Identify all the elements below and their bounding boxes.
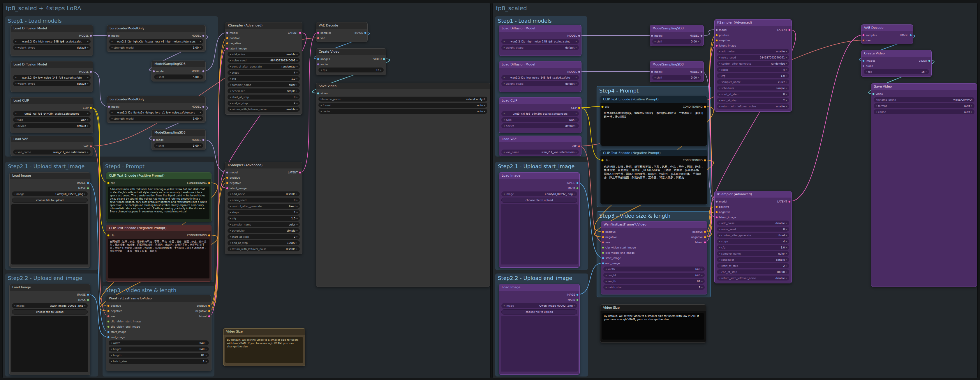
input-slot-latent_image[interactable] [226,187,228,189]
input-slot-negative[interactable] [107,310,110,312]
increment-arrow-icon[interactable]: ▸ [297,90,298,92]
increment-arrow-icon[interactable]: ▸ [297,53,298,55]
widget-value[interactable]: euler [778,252,785,255]
increment-arrow-icon[interactable]: ▸ [786,105,787,108]
widget-image[interactable]: ◂imageComfyUI_00592_.png▸ [501,192,577,196]
node-ksampler-1[interactable]: KSampler (Advanced)modelLATENTpositivene… [714,19,792,112]
widget-value[interactable]: randomize [282,65,295,68]
output-slot-MODEL[interactable] [90,35,92,37]
decrement-arrow-icon[interactable]: ◂ [15,151,16,154]
widget-strength_model[interactable]: ◂strength_model1.00▸ [109,116,203,121]
widget-value[interactable]: disable [775,222,785,225]
node-title[interactable]: Load Image [499,173,579,179]
widget-combo[interactable]: ◂wan2.2_i2v_low_noise_14B_fp8_scaled.saf… [13,75,91,80]
decrement-arrow-icon[interactable]: ◂ [503,125,504,127]
increment-arrow-icon[interactable]: ▸ [88,40,89,43]
increment-arrow-icon[interactable]: ▸ [297,242,298,244]
input-slot-model[interactable] [651,35,653,37]
increment-arrow-icon[interactable]: ▸ [297,248,298,250]
decrement-arrow-icon[interactable]: ◂ [719,99,720,101]
output-slot-MODEL[interactable] [90,71,92,73]
widget-value[interactable]: 4 [294,71,295,74]
decrement-arrow-icon[interactable]: ◂ [719,87,720,89]
widget-value[interactable]: auto [964,104,970,108]
increment-arrow-icon[interactable]: ▸ [484,104,485,106]
decrement-arrow-icon[interactable]: ◂ [229,65,231,68]
increment-arrow-icon[interactable]: ▸ [786,277,787,279]
decrement-arrow-icon[interactable]: ◂ [229,90,231,92]
upload-button[interactable]: choose file to upload [501,198,577,203]
output-slot-latent[interactable] [208,315,210,317]
increment-arrow-icon[interactable]: ▸ [576,40,577,43]
input-slot-model[interactable] [226,171,228,174]
widget-scheduler[interactable]: ◂schedulersimple▸ [228,228,300,233]
increment-arrow-icon[interactable]: ▸ [200,40,201,43]
decrement-arrow-icon[interactable]: ◂ [111,342,112,344]
widget-value[interactable]: enable [286,108,295,111]
decrement-arrow-icon[interactable]: ◂ [719,240,720,243]
widget-value[interactable]: 1.0 [781,246,785,249]
widget-value[interactable]: 5.00 [691,76,697,79]
input-slot-images[interactable] [317,58,319,60]
widget-value[interactable]: ComfyUI_00592_.png [545,193,573,196]
increment-arrow-icon[interactable]: ▸ [786,252,787,255]
widget-value[interactable]: 16 [921,70,925,73]
increment-arrow-icon[interactable]: ▸ [786,271,787,273]
widget-add_noise[interactable]: ◂add_noisedisable▸ [228,192,300,196]
prompt-text-area[interactable]: 色调艳丽，过曝，静态，细节模糊不清，字幕，风格，作品，画作，画面，静止，整体发灰… [108,239,210,279]
output-slot-IMAGE[interactable] [576,294,579,296]
widget-value[interactable]: 2 [783,99,785,102]
decrement-arrow-icon[interactable]: ◂ [876,111,877,113]
widget-value[interactable]: wan2.2_i2v_low_noise_14B_fp8_scaled.safe… [18,76,86,79]
node-model-sampling-high[interactable]: ModelSamplingSD3modelMODEL◂shift5.00▸ [650,25,704,46]
decrement-arrow-icon[interactable]: ◂ [719,246,720,249]
node-load-image-start[interactable]: Load ImageIMAGEMASK◂imageComfyUI_00592_.… [499,172,580,268]
input-slot-model[interactable] [716,29,718,31]
widget-width[interactable]: ◂width640▸ [109,340,209,345]
node-create-video[interactable]: Create VideoimagesVIDEOaudio◂fps16▸ [861,50,932,77]
increment-arrow-icon[interactable]: ▸ [200,111,201,114]
output-slot-CLIP[interactable] [90,107,92,109]
node-title[interactable]: Load Diffusion Model [499,62,581,68]
widget-control_after_generate[interactable]: ◂control_after_generaterandomize▸ [717,61,789,66]
input-slot-latent_image[interactable] [226,48,228,50]
widget-vae_name[interactable]: ◂vae_namewan_2.1_vae.safetensors▸ [501,150,579,155]
node-lora-low[interactable]: LoraLoaderModelOnlymodelMODEL◂wan2.2_i2v… [107,96,206,123]
increment-arrow-icon[interactable]: ▸ [786,50,787,53]
increment-arrow-icon[interactable]: ▸ [926,70,927,73]
widget-value[interactable]: 1 [203,360,205,363]
input-slot-clip_vision_end_image[interactable] [107,326,110,328]
output-slot-IMAGE[interactable] [910,34,912,36]
increment-arrow-icon[interactable]: ▸ [200,46,201,49]
widget-value[interactable]: simple [287,90,295,92]
widget-value[interactable]: 1.0 [291,217,295,220]
widget-end_at_step[interactable]: ◂end_at_step10000▸ [717,269,789,274]
input-slot-video[interactable] [317,92,319,95]
input-slot-clip_vision_end_image[interactable] [602,252,604,254]
increment-arrow-icon[interactable]: ▸ [297,229,298,232]
node-positive-prompt[interactable]: CLIP Text Encode (Positive Prompt)clipCO… [600,96,707,146]
decrement-arrow-icon[interactable]: ◂ [229,193,231,195]
widget-value[interactable]: 4 [783,68,785,71]
output-slot-MASK[interactable] [576,299,579,301]
widget-steps[interactable]: ◂steps4▸ [228,70,300,75]
node-title[interactable]: KSampler (Advanced) [714,191,792,198]
widget-add_noise[interactable]: ◂add_noiseenable▸ [228,52,300,57]
node-title[interactable]: LoraLoaderModelOnly [107,96,205,103]
widget-value[interactable]: video/ComfyUI [953,98,972,101]
widget-end_at_step[interactable]: ◂end_at_step2▸ [228,101,300,106]
widget-type[interactable]: ◂typewan▸ [501,117,579,122]
input-slot-clip_vision_start_image[interactable] [602,247,604,249]
widget-codec[interactable]: ◂codecauto▸ [873,109,974,114]
widget-return_with_leftover_noise[interactable]: ◂return_with_leftover_noisedisable▸ [228,247,300,252]
widget-strength_model[interactable]: ◂strength_model1.00▸ [109,45,203,50]
node-title[interactable]: Load CLIP [11,98,93,104]
node-save-video[interactable]: Save Videovideofilename_prefixvideo/Comf… [316,82,490,287]
decrement-arrow-icon[interactable]: ◂ [15,125,16,127]
output-slot-negative[interactable] [704,236,706,238]
increment-arrow-icon[interactable]: ▸ [84,193,86,195]
decrement-arrow-icon[interactable]: ◂ [719,277,720,279]
widget-value[interactable]: default [77,46,86,49]
widget-length[interactable]: ◂length81▸ [603,279,705,284]
decrement-arrow-icon[interactable]: ◂ [111,354,112,356]
